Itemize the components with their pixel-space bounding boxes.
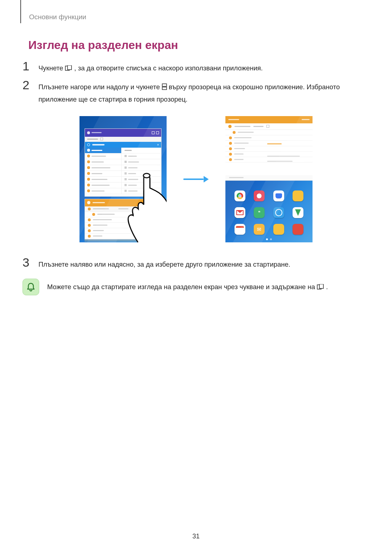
step-text: , за да отворите списъка с наскоро изпол… [74, 64, 262, 72]
tip: Можете също да стартирате изгледа на раз… [23, 279, 359, 295]
internet-icon [273, 207, 284, 218]
arrow-right-icon [183, 176, 209, 183]
step-text: Чукнете [38, 64, 65, 72]
hangouts-icon [254, 207, 265, 218]
top-app-panel [225, 116, 313, 181]
split-view-icon [162, 83, 167, 90]
page-dots [225, 238, 313, 240]
device-before: × + [79, 116, 167, 242]
recent-app-card-2: + [85, 199, 162, 239]
svg-rect-6 [319, 284, 323, 288]
tip-text-a: Можете също да стартирате изгледа на раз… [47, 283, 317, 291]
step-number: 1 [23, 60, 38, 72]
step-number: 2 [23, 79, 38, 91]
step-text: Плъзнете нагоре или надолу и чукнете [38, 83, 162, 91]
recent-apps-icon [317, 284, 324, 290]
calendar-icon [234, 224, 245, 235]
page-number: 31 [0, 533, 392, 540]
svg-rect-2 [162, 84, 167, 86]
breadcrumb: Основни функции [29, 13, 359, 21]
recent-apps-icon [65, 65, 72, 71]
step-body: Плъзнете наляво или надясно, за да избер… [38, 258, 290, 271]
section-title: Изглед на разделен екран [28, 38, 359, 52]
maps-icon [293, 207, 303, 218]
svg-rect-3 [162, 87, 167, 90]
step-3: 3 Плъзнете наляво или надясно, за да изб… [23, 258, 359, 271]
step-text: Плъзнете наляво или надясно, за да избер… [38, 260, 290, 268]
step-number: 3 [23, 256, 38, 268]
gmail-icon [234, 207, 245, 218]
app-icon [293, 190, 303, 201]
svg-rect-1 [68, 65, 72, 70]
step-body: Чукнете , за да отворите списъка с наско… [38, 62, 263, 74]
app-icon [293, 224, 303, 235]
header-rule [20, 0, 21, 23]
recent-app-card-1: × [85, 128, 162, 197]
page: Основни функции Изглед на разделен екран… [0, 0, 392, 295]
tip-text-b: . [326, 283, 328, 291]
email-icon [254, 224, 265, 235]
device-after [225, 116, 313, 242]
memo-icon [273, 224, 284, 235]
step-1: 1 Чукнете , за да отворите списъка с нас… [23, 62, 359, 74]
svg-point-4 [143, 173, 150, 178]
galaxy-apps-icon [273, 190, 284, 201]
chrome-icon [234, 190, 245, 201]
app-icon [254, 190, 265, 201]
illustration: × + [33, 116, 359, 242]
bell-tip-icon [23, 279, 39, 295]
home-app-grid [225, 186, 313, 242]
step-body: Плъзнете нагоре или надолу и чукнете вър… [38, 81, 359, 106]
split-button-illustration [153, 200, 159, 205]
step-2: 2 Плъзнете нагоре или надолу и чукнете в… [23, 81, 359, 106]
tip-text: Можете също да стартирате изгледа на раз… [47, 281, 328, 293]
